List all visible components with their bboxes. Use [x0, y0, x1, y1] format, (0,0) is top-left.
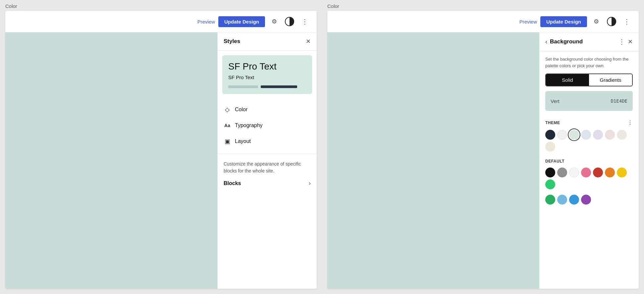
right-default-colors-row2: [539, 193, 639, 209]
right-bg-title: Background: [550, 38, 583, 45]
left-contrast-icon: [285, 17, 294, 26]
theme-color-lavender[interactable]: [593, 130, 603, 140]
right-bg-more-button[interactable]: ⋮: [618, 38, 625, 46]
right-solid-gradient-toggle: Solid Gradients: [545, 74, 633, 86]
right-toolbar: Preview Update Design ⚙ ⋮: [327, 11, 639, 32]
left-chevron-right-icon: ›: [309, 180, 311, 187]
right-close-button[interactable]: ✕: [628, 38, 633, 45]
left-toolbar: Preview Update Design ⚙ ⋮: [5, 11, 317, 32]
left-typography-item[interactable]: Aa Typography: [218, 118, 317, 133]
right-default-section-header: DEFAULT: [539, 156, 639, 166]
left-update-design-button[interactable]: Update Design: [218, 16, 265, 27]
left-color-label-item: Color: [235, 107, 247, 113]
right-solid-button[interactable]: Solid: [546, 74, 589, 86]
left-layout-label: Layout: [235, 138, 251, 144]
right-preview-button[interactable]: Preview: [519, 19, 537, 24]
default-color-dark-green[interactable]: [545, 195, 555, 205]
left-panel: Color Preview Update Design ⚙ ⋮ Styles ✕: [0, 0, 322, 294]
left-close-button[interactable]: ✕: [306, 38, 311, 45]
left-layout-icon: ▣: [224, 138, 231, 145]
theme-color-vert[interactable]: [569, 130, 579, 140]
default-color-light-blue[interactable]: [557, 195, 567, 205]
left-layout-item[interactable]: ▣ Layout: [218, 133, 317, 150]
right-theme-colors: [539, 128, 639, 156]
left-content-area: Styles ✕ SF Pro Text SF Pro Text ◇ Color: [5, 32, 317, 289]
left-font-preview-small: SF Pro Text: [228, 74, 306, 80]
left-more-icon: ⋮: [301, 18, 308, 25]
right-more-icon: ⋮: [623, 18, 630, 25]
right-panel: Color Preview Update Design ⚙ ⋮ ‹ Backgr…: [322, 0, 644, 294]
default-color-yellow[interactable]: [617, 168, 627, 177]
left-gear-icon: ⚙: [272, 18, 277, 25]
right-back-button[interactable]: ‹: [545, 38, 547, 45]
left-font-preview-card: SF Pro Text SF Pro Text: [222, 55, 312, 94]
left-typography-icon: Aa: [224, 123, 231, 128]
right-canvas: [327, 32, 539, 289]
right-gear-icon: ⚙: [594, 18, 599, 25]
left-gear-button[interactable]: ⚙: [268, 16, 280, 27]
right-bg-header: ‹ Background ⋮ ✕: [539, 32, 639, 51]
left-more-button[interactable]: ⋮: [299, 16, 311, 27]
right-theme-section-header: THEME ⋮: [539, 116, 639, 128]
right-color-swatch-card[interactable]: Vert D1E4DE: [545, 91, 633, 111]
left-styles-header: Styles ✕: [218, 32, 317, 51]
theme-color-warm[interactable]: [617, 130, 627, 140]
left-styles-list: ◇ Color Aa Typography ▣ Layout: [218, 99, 317, 152]
right-gradients-button[interactable]: Gradients: [589, 74, 632, 86]
left-color-label: Color: [0, 0, 322, 11]
left-preview-button[interactable]: Preview: [197, 19, 215, 24]
right-gear-button[interactable]: ⚙: [590, 16, 602, 27]
left-blocks-row[interactable]: Blocks ›: [224, 178, 311, 188]
left-styles-footer: Customize the appearance of specific blo…: [218, 155, 317, 193]
default-color-grey[interactable]: [557, 168, 567, 177]
theme-color-dark[interactable]: [545, 130, 555, 140]
default-color-green[interactable]: [545, 179, 555, 189]
right-theme-more-button[interactable]: ⋮: [627, 120, 633, 126]
left-contrast-button[interactable]: [284, 16, 295, 27]
left-styles-panel: Styles ✕ SF Pro Text SF Pro Text ◇ Color: [217, 32, 317, 289]
right-styles-panel: ‹ Background ⋮ ✕ Set the background colo…: [539, 32, 639, 289]
left-bar-dark: [261, 85, 297, 88]
right-update-design-button[interactable]: Update Design: [540, 16, 587, 27]
left-font-preview-large: SF Pro Text: [228, 61, 306, 72]
right-default-title: DEFAULT: [545, 159, 564, 164]
theme-color-rose[interactable]: [605, 130, 615, 140]
right-editor-area: Preview Update Design ⚙ ⋮ ‹ Background: [327, 11, 639, 289]
default-color-purple[interactable]: [581, 195, 591, 205]
right-bg-description: Set the background color choosing from t…: [539, 51, 639, 74]
left-font-preview-bars: [228, 85, 306, 88]
right-content-area: ‹ Background ⋮ ✕ Set the background colo…: [327, 32, 639, 289]
theme-color-white[interactable]: [557, 130, 567, 140]
right-contrast-button[interactable]: [606, 16, 617, 27]
right-more-button[interactable]: ⋮: [621, 16, 633, 27]
left-editor-area: Preview Update Design ⚙ ⋮ Styles ✕ SF Pr…: [5, 11, 317, 289]
default-color-pink[interactable]: [581, 168, 591, 177]
theme-color-blue-grey[interactable]: [581, 130, 591, 140]
right-bg-header-left: ‹ Background: [545, 38, 583, 45]
default-color-black[interactable]: [545, 168, 555, 177]
left-divider: [218, 154, 317, 154]
left-bar-light: [228, 85, 258, 88]
default-color-red[interactable]: [593, 168, 603, 177]
left-color-item[interactable]: ◇ Color: [218, 101, 317, 118]
left-typography-label: Typography: [235, 122, 263, 128]
left-canvas: [5, 32, 217, 289]
right-swatch-hex: D1E4DE: [611, 98, 627, 104]
right-contrast-icon: [607, 17, 616, 26]
right-swatch-label: Vert: [551, 98, 560, 104]
default-color-blue[interactable]: [569, 195, 579, 205]
left-footer-text: Customize the appearance of specific blo…: [224, 161, 311, 174]
right-header-right: ⋮ ✕: [618, 38, 633, 46]
right-theme-title: THEME: [545, 121, 560, 125]
right-default-colors-row1: [539, 166, 639, 193]
right-color-label: Color: [322, 0, 644, 11]
left-color-icon: ◇: [224, 106, 231, 113]
default-color-white[interactable]: [569, 168, 579, 177]
left-blocks-label: Blocks: [224, 180, 241, 186]
theme-color-sand[interactable]: [545, 142, 555, 152]
default-color-orange[interactable]: [605, 168, 615, 177]
left-styles-title: Styles: [224, 38, 240, 45]
